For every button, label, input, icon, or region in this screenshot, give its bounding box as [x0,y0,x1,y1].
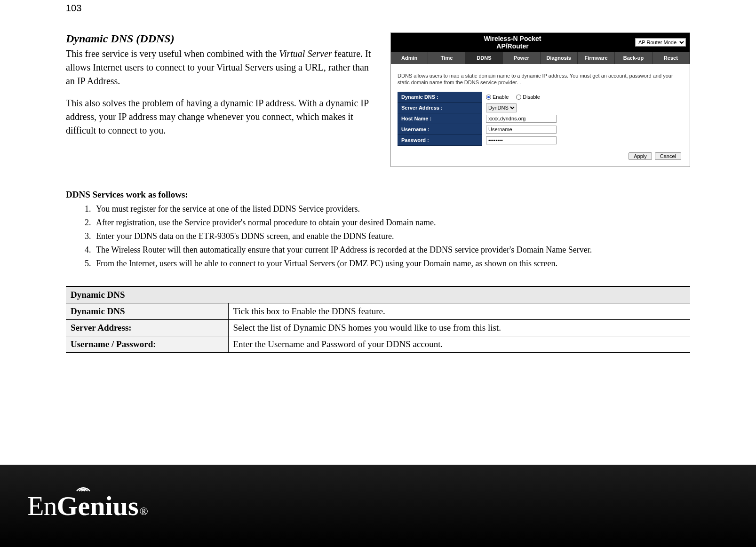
list-item: You must register for the service at one… [93,203,690,215]
wifi-icon [74,482,93,493]
tab-reset[interactable]: Reset [653,52,690,64]
brand-gen: Genius [56,490,138,522]
server-select[interactable]: DynDNS [486,103,517,112]
steps-heading: DDNS Services work as follows: [66,190,690,200]
row-username: Username : [398,124,683,135]
username-input[interactable] [486,126,557,134]
label-ddns: Dynamic DNS : [398,92,482,103]
radio-disable[interactable]: Disable [516,94,540,100]
page-number: 103 [66,3,690,14]
settings-key: Username / Password: [66,336,228,353]
mode-select[interactable]: AP Router Mode [635,38,686,47]
settings-key: Dynamic DNS [66,303,228,319]
router-body: DDNS allows users to map a static domain… [391,64,690,166]
radio-enable-label: Enable [493,94,509,100]
list-item: From the Internet, users will be able to… [93,257,690,270]
list-item: After registration, use the Service prov… [93,216,690,229]
intro-para-2: This also solves the problem of having a… [66,96,376,137]
section-title: Dynamic DNS (DDNS) [66,32,376,45]
intro-1a: This free service is very useful when co… [66,48,279,59]
label-host: Host Name : [398,113,482,124]
tab-admin[interactable]: Admin [391,52,428,64]
row-host: Host Name : [398,113,683,124]
radio-dot-icon [516,95,521,100]
footer: EnGenius ® [0,465,756,547]
router-title: Wireless-N Pocket AP/Router [475,35,550,50]
registered-icon: ® [140,505,148,518]
router-desc: DDNS allows users to map a static domain… [398,72,683,86]
tab-backup[interactable]: Back-up [615,52,652,64]
brand-logo: EnGenius ® [27,490,148,522]
host-input[interactable] [486,115,557,123]
row-server: Server Address : DynDNS [398,103,683,113]
router-header: Wireless-N Pocket AP/Router AP Router Mo… [391,33,690,52]
label-password: Password : [398,135,482,146]
radio-disable-label: Disable [523,94,540,100]
tab-firmware[interactable]: Firmware [578,52,615,64]
label-username: Username : [398,124,482,135]
cancel-button[interactable]: Cancel [655,152,681,160]
intro-1-italic: Virtual Server [279,48,332,59]
brand-en: En [27,490,56,522]
apply-button[interactable]: Apply [629,152,652,160]
radio-enable[interactable]: Enable [486,94,509,100]
settings-key: Server Address: [66,319,228,336]
router-buttons: Apply Cancel [398,146,683,162]
list-item: Enter your DDNS data on the ETR-9305's D… [93,230,690,243]
row-password: Password : [398,135,683,146]
router-screenshot: Wireless-N Pocket AP/Router AP Router Mo… [390,32,690,167]
tab-ddns[interactable]: DDNS [466,52,503,64]
settings-value: Select the list of Dynamic DNS homes you… [228,319,690,336]
tab-time[interactable]: Time [428,52,465,64]
settings-header: Dynamic DNS [66,286,690,303]
list-item: The Wireless Router will then automatica… [93,244,690,256]
settings-table: Dynamic DNS Dynamic DNS Tick this box to… [66,286,690,353]
row-ddns: Dynamic DNS : Enable Disable [398,92,683,103]
tab-diagnosis[interactable]: Diagnosis [541,52,578,64]
tab-power[interactable]: Power [503,52,540,64]
password-input[interactable] [486,136,557,144]
steps-list: You must register for the service at one… [66,203,690,270]
router-tabs: Admin Time DDNS Power Diagnosis Firmware… [391,52,690,64]
settings-value: Tick this box to Enable the DDNS feature… [228,303,690,319]
settings-value: Enter the Username and Password of your … [228,336,690,353]
radio-dot-icon [486,95,491,100]
intro-para-1: This free service is very useful when co… [66,47,376,88]
label-server: Server Address : [398,103,482,113]
